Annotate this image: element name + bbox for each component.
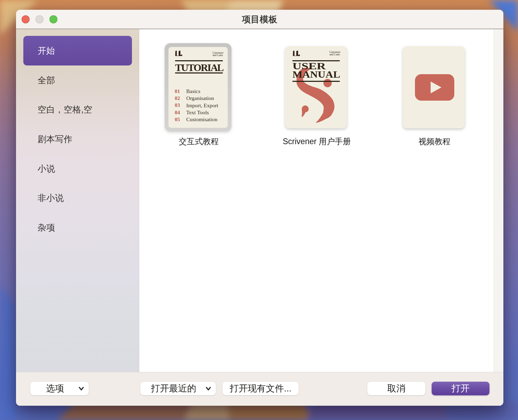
options-button[interactable]: 选项 — [30, 382, 89, 395]
template-user-manual[interactable]: Literature and Latte USER MANUAL — [285, 46, 347, 129]
sidebar-item-blank[interactable]: 空白，空格,空 — [16, 95, 139, 124]
toc-number: 05 — [175, 117, 186, 123]
template-label-video: 视频教程 — [418, 136, 450, 147]
toc-text: Organisation — [186, 95, 214, 101]
open-recent-button[interactable]: 打开最近的 — [140, 382, 216, 395]
sidebar-item-label: 非小说 — [38, 192, 64, 204]
publisher-text: Literature and Latte — [212, 52, 223, 56]
toc-number: 01 — [175, 88, 186, 94]
toc-row: 01Basics — [175, 88, 218, 95]
publisher-text: Literature and Latte — [329, 51, 340, 56]
template-label-tutorial: 交互式教程 — [179, 136, 219, 147]
publisher-line: and Latte — [212, 54, 223, 56]
button-label: 打开 — [452, 382, 470, 395]
cover-rule — [292, 81, 340, 82]
window-title: 项目模板 — [242, 14, 277, 25]
manual-title-line: MANUAL — [292, 71, 340, 79]
toc-row: 02Organisation — [175, 95, 218, 102]
button-label: 选项 — [46, 382, 64, 395]
toc-text: Import, Export — [186, 102, 218, 109]
zoom-button[interactable] — [49, 15, 57, 23]
tutorial-title: TUTORIAL — [175, 63, 223, 73]
button-label: 取消 — [387, 382, 406, 395]
toc-number: 02 — [175, 95, 186, 101]
ll-logo-icon — [293, 50, 300, 58]
sidebar-item-nonfiction[interactable]: 非小说 — [16, 183, 139, 213]
minimize-button[interactable] — [36, 15, 44, 23]
ll-logo-icon — [175, 50, 183, 58]
toc-number: 03 — [175, 102, 186, 108]
tutorial-cover: Literature and Latte TUTORIAL 01Basics 0… — [168, 47, 228, 128]
template-video-tutorials[interactable] — [403, 46, 465, 129]
youtube-play-icon — [415, 74, 454, 101]
chevron-down-icon — [206, 387, 211, 391]
cover-rule — [175, 72, 223, 73]
chevron-down-icon — [79, 387, 84, 391]
template-interactive-tutorial[interactable]: Literature and Latte TUTORIAL 01Basics 0… — [165, 43, 231, 132]
sidebar-item-all[interactable]: 全部 — [16, 65, 139, 95]
toc-row: 03Import, Export — [175, 102, 218, 109]
toc-text: Text Tools — [186, 109, 209, 116]
category-sidebar: 开始 全部 空白，空格,空 剧本写作 小说 非小说 杂项 — [16, 29, 139, 372]
toc-row: 04Text Tools — [175, 109, 218, 116]
sidebar-item-label: 剧本写作 — [38, 133, 72, 145]
sidebar-item-label: 小说 — [38, 163, 55, 174]
sidebar-item-label: 杂项 — [38, 222, 55, 233]
template-grid: Literature and Latte TUTORIAL 01Basics 0… — [139, 29, 503, 372]
open-existing-file-button[interactable]: 打开现有文件... — [222, 382, 299, 395]
project-templates-window: 项目模板 开始 全部 空白，空格,空 剧本写作 小说 非小说 杂项 — [16, 10, 503, 406]
traffic-lights — [22, 10, 57, 29]
cover-rule — [175, 60, 223, 61]
sidebar-item-getting-started[interactable]: 开始 — [23, 36, 132, 65]
sidebar-item-fiction[interactable]: 小说 — [16, 154, 139, 184]
scrollbar-gutter[interactable] — [494, 29, 503, 372]
manual-title: USER MANUAL — [292, 62, 335, 79]
sidebar-item-label: 开始 — [38, 45, 55, 56]
button-label: 打开现有文件... — [230, 382, 292, 395]
sidebar-item-label: 全部 — [38, 75, 55, 86]
toc-row: 05Customisation — [175, 116, 218, 123]
template-label-user-manual: Scrivener 用户手册 — [283, 136, 351, 147]
sidebar-item-label: 空白，空格,空 — [38, 104, 92, 115]
publisher-line: and Latte — [329, 53, 340, 56]
titlebar[interactable]: 项目模板 — [16, 10, 503, 29]
toc-text: Basics — [186, 88, 200, 94]
window-body: 开始 全部 空白，空格,空 剧本写作 小说 非小说 杂项 — [16, 29, 503, 372]
dialog-footer: 选项 打开最近的 打开现有文件... 取消 打开 — [16, 372, 503, 406]
close-button[interactable] — [22, 15, 30, 23]
open-button[interactable]: 打开 — [432, 382, 489, 395]
button-label: 打开最近的 — [151, 382, 196, 395]
toc-text: Customisation — [186, 116, 218, 123]
toc-number: 04 — [175, 110, 186, 116]
sidebar-item-misc[interactable]: 杂项 — [16, 213, 139, 242]
cancel-button[interactable]: 取消 — [367, 382, 425, 395]
tutorial-toc: 01Basics 02Organisation 03Import, Export… — [175, 88, 218, 123]
sidebar-item-scriptwriting[interactable]: 剧本写作 — [16, 124, 139, 154]
